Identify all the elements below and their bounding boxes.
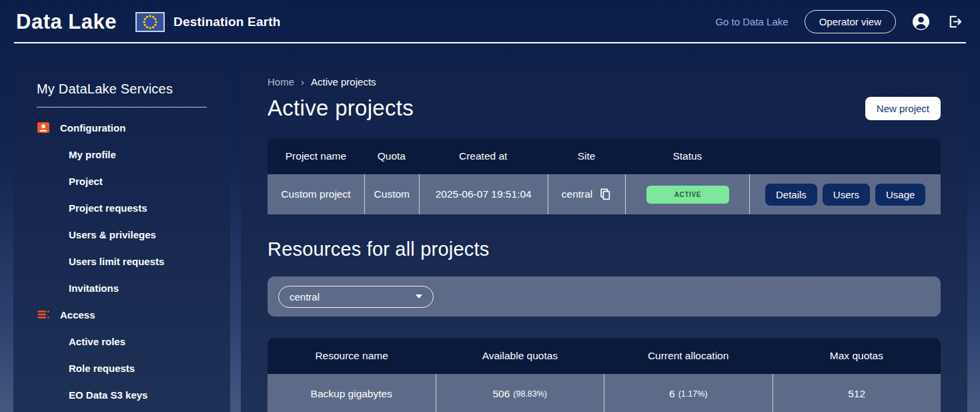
current-value: 6: [669, 388, 675, 400]
site-select-value: central: [290, 291, 320, 302]
column-header-project-name: Project name: [268, 138, 364, 174]
app-title: Data Lake: [16, 10, 117, 34]
logout-icon[interactable]: [946, 13, 963, 30]
column-header-quota: Quota: [364, 138, 419, 174]
sidebar-item-eo-data-s3-keys[interactable]: EO Data S3 keys: [37, 381, 207, 408]
breadcrumb-separator: ›: [301, 76, 304, 87]
header-divider: [14, 42, 966, 43]
sidebar-item-project-requests[interactable]: Project requests: [37, 194, 207, 221]
details-button[interactable]: Details: [765, 184, 817, 206]
brand: Destination Earth: [135, 12, 281, 32]
sidebar-item-invitations[interactable]: Invitations: [37, 274, 207, 301]
available-percent: (98.83%): [513, 389, 547, 399]
chevron-down-icon: [416, 294, 422, 298]
sidebar-item-label: Configuration: [60, 122, 125, 134]
current-allocation-cell: 6 (1.17%): [604, 374, 773, 412]
operator-view-button[interactable]: Operator view: [805, 10, 896, 33]
sidebar-item-label: Access: [60, 309, 95, 321]
projects-table-header: Project name Quota Created at Site Statu…: [268, 138, 941, 174]
go-to-data-lake-link[interactable]: Go to Data Lake: [715, 16, 788, 27]
column-header-resource-name: Resource name: [268, 338, 436, 374]
new-project-button[interactable]: New project: [865, 97, 941, 120]
column-header-status: Status: [625, 138, 749, 174]
quota-cell: Custom: [364, 174, 419, 214]
breadcrumb-current: Active projects: [311, 76, 376, 87]
available-quotas-cell: 506 (98.83%): [436, 374, 604, 412]
projects-table: Project name Quota Created at Site Statu…: [268, 138, 941, 214]
sidebar-item-label: Invitations: [69, 282, 119, 294]
column-header-current-allocation: Current allocation: [604, 338, 773, 374]
created-at-cell: 2025-06-07 19:51:04: [419, 174, 548, 214]
sidebar-item-role-requests[interactable]: Role requests: [37, 355, 207, 381]
breadcrumb: Home › Active projects: [268, 76, 941, 87]
site-value: central: [562, 188, 593, 200]
project-name-cell: Custom project: [268, 174, 364, 214]
eu-flag-icon: [135, 12, 165, 32]
resources-table-header: Resource name Available quotas Current a…: [268, 338, 941, 374]
breadcrumb-home[interactable]: Home: [268, 76, 294, 87]
sidebar-divider: [37, 107, 207, 108]
sidebar-item-label: EO Data S3 keys: [69, 389, 147, 401]
sidebar-item-project[interactable]: Project: [37, 168, 207, 194]
sidebar-item-my-profile[interactable]: My profile: [37, 141, 207, 168]
column-header-actions: [749, 138, 941, 174]
site-select[interactable]: central: [278, 286, 434, 308]
sidebar-item-label: Active roles: [69, 336, 125, 347]
main-panel: Home › Active projects Active projects N…: [241, 60, 967, 412]
sidebar: My DataLake Services Configuration My pr…: [13, 60, 230, 412]
status-cell: ACTIVE: [625, 174, 749, 214]
list-icon: [37, 308, 50, 321]
usage-button[interactable]: Usage: [875, 184, 925, 206]
app-header: Data Lake Destination Earth Go to Data L…: [0, 0, 980, 43]
sidebar-item-label: Project requests: [69, 202, 147, 214]
users-button[interactable]: Users: [823, 184, 870, 206]
sidebar-item-label: Users & privileges: [69, 229, 156, 240]
sidebar-item-label: Role requests: [69, 363, 135, 374]
sidebar-item-access[interactable]: Access: [37, 301, 207, 328]
site-filter-panel: central: [268, 276, 941, 317]
current-percent: (1.17%): [678, 389, 708, 399]
account-circle-icon[interactable]: [912, 13, 930, 31]
brand-name: Destination Earth: [173, 15, 281, 29]
actions-cell: Details Users Usage: [749, 174, 941, 214]
column-header-available-quotas: Available quotas: [436, 338, 604, 374]
column-header-max-quotas: Max quotas: [773, 338, 941, 374]
sidebar-item-label: My profile: [69, 149, 116, 160]
account-badge-icon: [37, 121, 50, 134]
site-cell: central: [548, 174, 626, 214]
table-row: Custom project Custom 2025-06-07 19:51:0…: [268, 174, 941, 214]
sidebar-item-users-privileges[interactable]: Users & privileges: [37, 221, 207, 248]
header-actions: Go to Data Lake Operator view: [715, 10, 963, 33]
sidebar-title: My DataLake Services: [37, 81, 207, 97]
sidebar-item-users-limit-requests[interactable]: Users limit requests: [37, 248, 207, 274]
page-title: Active projects: [268, 95, 414, 121]
max-quotas-cell: 512: [773, 374, 941, 412]
column-header-created-at: Created at: [419, 138, 548, 174]
column-header-site: Site: [548, 138, 626, 174]
resource-name-cell: Backup gigabytes: [268, 374, 436, 412]
table-row: Backup gigabytes 506 (98.83%) 6 (1.17%) …: [268, 374, 941, 412]
available-value: 506: [492, 388, 510, 400]
resources-heading: Resources for all projects: [268, 238, 941, 260]
copy-icon[interactable]: [598, 188, 612, 201]
sidebar-item-configuration[interactable]: Configuration: [37, 114, 207, 141]
sidebar-item-label: Users limit requests: [69, 256, 164, 267]
page-body: My DataLake Services Configuration My pr…: [0, 43, 980, 412]
status-badge: ACTIVE: [646, 186, 729, 204]
sidebar-item-label: Project: [69, 176, 103, 187]
resources-table: Resource name Available quotas Current a…: [268, 338, 941, 412]
sidebar-item-active-roles[interactable]: Active roles: [37, 328, 207, 355]
